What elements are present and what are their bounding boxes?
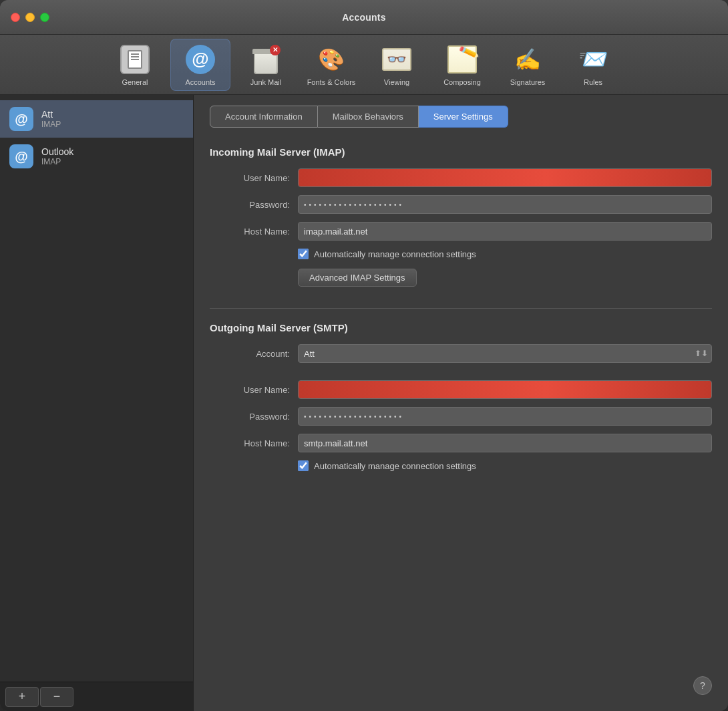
outgoing-section-title: Outgoing Mail Server (SMTP) <box>210 322 712 333</box>
outgoing-account-select-wrapper: Att Outlook ⬆⬇ <box>298 344 712 363</box>
close-button[interactable] <box>11 13 20 22</box>
account-item-att[interactable]: @ Att IMAP <box>0 100 193 138</box>
composing-icon: ✏️ <box>446 43 478 76</box>
outgoing-username-row: User Name: <box>210 380 712 399</box>
account-info-outlook: Outlook IMAP <box>41 146 73 166</box>
toolbar-label-accounts: Accounts <box>185 78 215 86</box>
outgoing-account-label: Account: <box>210 349 290 359</box>
viewing-icon: 👓 <box>381 43 413 76</box>
outgoing-auto-manage-row: Automatically manage connection settings <box>298 460 712 471</box>
spacer <box>210 371 712 380</box>
help-button[interactable]: ? <box>693 676 712 695</box>
toolbar-item-accounts[interactable]: @ Accounts <box>170 39 230 91</box>
rules-icon: 📨 <box>577 43 609 76</box>
outgoing-username-input[interactable] <box>298 380 712 399</box>
traffic-lights <box>11 13 49 22</box>
tab-mailbox-behaviors[interactable]: Mailbox Behaviors <box>318 106 419 128</box>
toolbar-item-signatures[interactable]: ✍️ Signatures <box>498 39 558 91</box>
incoming-auto-manage-checkbox[interactable] <box>298 249 309 259</box>
advanced-imap-button[interactable]: Advanced IMAP Settings <box>298 269 417 287</box>
account-icon-att: @ <box>9 107 33 131</box>
outgoing-password-input[interactable] <box>298 407 712 426</box>
section-divider <box>210 308 712 309</box>
incoming-hostname-input[interactable] <box>298 222 712 241</box>
accounts-icon: @ <box>184 43 216 76</box>
toolbar-item-fonts[interactable]: 🎨 Fonts & Colors <box>301 39 361 91</box>
toolbar-label-junk: Junk Mail <box>250 78 281 86</box>
general-icon <box>119 43 151 76</box>
toolbar-label-fonts: Fonts & Colors <box>307 78 356 86</box>
outgoing-account-row: Account: Att Outlook ⬆⬇ <box>210 344 712 363</box>
toolbar-label-signatures: Signatures <box>510 78 546 86</box>
window-title: Accounts <box>342 12 385 23</box>
tab-server-settings[interactable]: Server Settings <box>419 106 508 128</box>
main-content: @ Att IMAP @ Outlook IMAP + − <box>0 95 728 711</box>
incoming-password-row: Password: <box>210 195 712 214</box>
outgoing-auto-manage-label: Automatically manage connection settings <box>314 461 476 471</box>
outgoing-password-label: Password: <box>210 412 290 422</box>
signatures-icon: ✍️ <box>512 43 544 76</box>
remove-account-button[interactable]: − <box>40 687 73 707</box>
incoming-auto-manage-label: Automatically manage connection settings <box>314 249 476 259</box>
toolbar-item-viewing[interactable]: 👓 Viewing <box>367 39 427 91</box>
toolbar-label-viewing: Viewing <box>384 78 409 86</box>
tab-account-information[interactable]: Account Information <box>210 106 318 128</box>
titlebar: Accounts <box>0 0 728 35</box>
account-type-outlook: IMAP <box>41 157 73 166</box>
outgoing-hostname-label: Host Name: <box>210 438 290 448</box>
incoming-password-label: Password: <box>210 200 290 210</box>
incoming-username-input[interactable] <box>298 168 712 187</box>
sidebar: @ Att IMAP @ Outlook IMAP + − <box>0 95 194 711</box>
outgoing-username-label: User Name: <box>210 385 290 395</box>
toolbar: General @ Accounts ✕ Junk Mail 🎨 Fonts &… <box>0 35 728 95</box>
incoming-password-input[interactable] <box>298 195 712 214</box>
fonts-icon: 🎨 <box>315 43 347 76</box>
toolbar-label-composing: Composing <box>443 78 481 86</box>
incoming-auto-manage-row: Automatically manage connection settings <box>298 249 712 259</box>
incoming-section-title: Incoming Mail Server (IMAP) <box>210 146 712 158</box>
toolbar-item-general[interactable]: General <box>105 39 165 91</box>
advanced-imap-btn-container: Advanced IMAP Settings <box>210 269 712 300</box>
account-type-att: IMAP <box>41 120 61 129</box>
incoming-username-label: User Name: <box>210 173 290 183</box>
fullscreen-button[interactable] <box>40 13 49 22</box>
detail-pane: Account Information Mailbox Behaviors Se… <box>194 95 728 711</box>
outgoing-hostname-row: Host Name: <box>210 434 712 452</box>
outgoing-account-select[interactable]: Att Outlook <box>298 344 712 363</box>
toolbar-label-general: General <box>122 78 148 86</box>
account-item-outlook[interactable]: @ Outlook IMAP <box>0 138 193 175</box>
outgoing-hostname-input[interactable] <box>298 434 712 452</box>
minimize-button[interactable] <box>25 13 35 22</box>
account-name-att: Att <box>41 109 61 120</box>
add-account-button[interactable]: + <box>5 687 39 707</box>
accounts-list: @ Att IMAP @ Outlook IMAP <box>0 95 193 682</box>
tab-bar: Account Information Mailbox Behaviors Se… <box>210 106 712 128</box>
incoming-username-row: User Name: <box>210 168 712 187</box>
account-name-outlook: Outlook <box>41 146 73 157</box>
incoming-hostname-label: Host Name: <box>210 227 290 237</box>
toolbar-item-rules[interactable]: 📨 Rules <box>563 39 623 91</box>
junk-icon: ✕ <box>250 43 282 76</box>
toolbar-item-composing[interactable]: ✏️ Composing <box>432 39 492 91</box>
incoming-hostname-row: Host Name: <box>210 222 712 241</box>
outgoing-password-row: Password: <box>210 407 712 426</box>
toolbar-label-rules: Rules <box>584 78 602 86</box>
toolbar-item-junk[interactable]: ✕ Junk Mail <box>236 39 296 91</box>
account-icon-outlook: @ <box>9 144 33 168</box>
outgoing-auto-manage-checkbox[interactable] <box>298 460 309 471</box>
window: Accounts General @ Accounts ✕ <box>0 0 728 711</box>
account-info-att: Att IMAP <box>41 109 61 129</box>
sidebar-toolbar: + − <box>0 682 193 711</box>
